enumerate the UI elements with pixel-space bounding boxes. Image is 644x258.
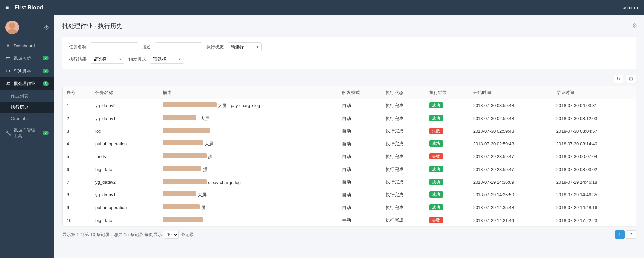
content-area: ⚙ 批处理作业 - 执行历史 任务名称 描述 执行状态 请选择 执行结果 (54, 15, 644, 258)
col-start-time: 开始时间 (469, 86, 552, 99)
cell-start-time: 2018-07-29 23:59:47 (469, 163, 552, 176)
cell-start-time: 2018-07-30 03:59:48 (469, 99, 552, 112)
exec-result-badge: 成功 (429, 166, 443, 172)
sidebar-item-dashboard[interactable]: 🖥 Dashboard (0, 40, 54, 52)
sidebar-item-dashboard-label: Dashboard (14, 43, 35, 48)
page-title: 批处理作业 - 执行历史 (62, 22, 636, 30)
col-trigger: 触发模式 (338, 86, 382, 99)
sidebar-sub-item-job-list[interactable]: 作业列表 (0, 90, 54, 102)
grid-view-button[interactable]: ⊞ (626, 75, 636, 83)
data-sync-badge: 2 (43, 56, 49, 60)
cell-trigger: 自动 (338, 112, 382, 125)
topbar: ≡ First Blood admin ▾ (0, 0, 644, 15)
cell-start-time: 2018-07-29 14:36:09 (469, 176, 552, 188)
cell-trigger: 自动 (338, 150, 382, 163)
cell-trigger: 自动 (338, 163, 382, 176)
col-end-time: 结束时间 (552, 86, 636, 99)
svg-point-1 (7, 29, 17, 34)
cell-seq: 3 (63, 125, 91, 137)
power-icon[interactable]: ⏻ (44, 25, 49, 30)
cell-trigger: 自动 (338, 125, 382, 137)
cell-task-name: big_data (91, 214, 159, 227)
cell-exec-result: 失败 (425, 214, 469, 227)
main-layout: ⏻ 🖥 Dashboard ⇄ 数据同步 2 ⚙ SQL脚本 2 🏷 批处理作业… (0, 15, 644, 258)
cell-seq: 6 (63, 163, 91, 176)
exec-status-wrapper: 请选择 (228, 42, 262, 51)
exec-result-select[interactable]: 请选择 (91, 55, 124, 64)
tag-icon: 🏷 (5, 81, 11, 86)
avatar[interactable] (5, 21, 19, 34)
cell-end-time: 2018-07-30 00:07:04 (552, 150, 636, 163)
page-btn-2[interactable]: 2 (626, 230, 636, 239)
monitor-icon: 🖥 (5, 43, 11, 48)
table-row: 7 yg_datav2 s pay-charge-log 自动 执行完成 成功 … (63, 176, 636, 188)
col-task-name: 任务名称 (91, 86, 159, 99)
cell-seq: 7 (63, 176, 91, 188)
exec-result-label: 执行结果 (69, 56, 87, 62)
exec-result-badge: 成功 (429, 140, 443, 147)
table-header-row: 序号 任务名称 描述 触发模式 执行状态 执行结果 开始时间 结束时间 (63, 86, 636, 99)
table-row: 9 puhui_operation 屏 自动 执行完成 成功 2018-07-2… (63, 201, 636, 214)
cell-trigger: 自动 (338, 137, 382, 150)
sidebar-item-db-tools-label: 数据库管理工具 (14, 127, 40, 139)
wrench-icon: 🔧 (5, 130, 11, 136)
cell-exec-result: 失败 (425, 150, 469, 163)
cell-desc: 大屏 (159, 188, 338, 201)
records-label: 条记录 (181, 232, 194, 238)
cell-task-name: loc (91, 125, 159, 137)
cell-exec-result: 成功 (425, 176, 469, 188)
cell-exec-status: 执行完成 (382, 188, 425, 201)
trigger-mode-wrapper: 请选择 (150, 55, 184, 64)
cell-exec-status: 执行完成 (382, 125, 425, 137)
sidebar-item-sql-script[interactable]: ⚙ SQL脚本 2 (0, 64, 54, 77)
sidebar-item-sql-label: SQL脚本 (14, 68, 31, 74)
cell-task-name: yg_datav1 (91, 112, 159, 125)
table-row: 1 yg_datav2 大屏 - pay-charge-log 自动 执行完成 … (63, 99, 636, 112)
exec-result-badge: 成功 (429, 102, 443, 108)
task-name-input[interactable] (91, 42, 138, 51)
app-title: First Blood (15, 5, 43, 11)
page-btn-1[interactable]: 1 (615, 230, 625, 239)
cell-desc: s pay-charge-log (159, 176, 338, 188)
desc-input[interactable] (155, 42, 202, 51)
sidebar-sub-item-exec-history-label: 执行历史 (11, 104, 28, 110)
user-dropdown-icon: ▾ (636, 5, 639, 10)
sidebar-item-data-sync[interactable]: ⇄ 数据同步 2 (0, 52, 54, 64)
cell-exec-result: 成功 (425, 163, 469, 176)
cell-exec-result: 成功 (425, 188, 469, 201)
cell-start-time: 2018-07-30 02:59:48 (469, 137, 552, 150)
cell-task-name: puhui_operation (91, 137, 159, 150)
cell-exec-result: 成功 (425, 201, 469, 214)
per-page-select[interactable]: 10 20 50 (164, 231, 179, 239)
menu-icon[interactable]: ≡ (5, 4, 9, 11)
topbar-left: ≡ First Blood (5, 4, 43, 11)
sidebar-sub-item-crontabs-label: Crontabs (11, 116, 29, 121)
cell-end-time: 2018-07-29 14:46:35 (552, 188, 636, 201)
settings-icon[interactable]: ⚙ (632, 22, 637, 29)
refresh-button[interactable]: ↻ (614, 75, 623, 83)
cell-start-time: 2018-07-30 02:59:48 (469, 125, 552, 137)
svg-point-0 (9, 23, 15, 29)
sidebar-sub-item-exec-history[interactable]: 执行历史 (0, 102, 54, 113)
table-row: 8 yg_datav1 大屏 自动 执行完成 成功 2018-07-29 14:… (63, 188, 636, 201)
col-exec-result: 执行结果 (425, 86, 469, 99)
cell-exec-result: 成功 (425, 99, 469, 112)
sidebar-item-db-tools[interactable]: 🔧 数据库管理工具 2 (0, 124, 54, 143)
cell-seq: 9 (63, 201, 91, 214)
user-menu[interactable]: admin ▾ (623, 5, 639, 10)
cell-start-time: 2018-07-29 14:35:48 (469, 201, 552, 214)
trigger-mode-label: 触发模式 (128, 56, 146, 62)
cell-desc: 大屏 (159, 137, 338, 150)
cell-task-name: yg_datav2 (91, 176, 159, 188)
cell-task-name: yg_datav1 (91, 188, 159, 201)
sidebar-sub-item-crontabs[interactable]: Crontabs (0, 113, 54, 124)
cell-seq: 5 (63, 150, 91, 163)
exec-result-wrapper: 请选择 (91, 55, 124, 64)
cell-trigger: 自动 (338, 201, 382, 214)
cell-desc: 屏 (159, 201, 338, 214)
exec-status-select[interactable]: 请选择 (228, 42, 262, 51)
trigger-mode-select[interactable]: 请选择 (150, 55, 184, 64)
sidebar-item-batch-job[interactable]: 🏷 批处理作业 3 (0, 77, 54, 90)
table-row: 4 puhui_operation 大屏 自动 执行完成 成功 2018-07-… (63, 137, 636, 150)
sidebar-sub-item-job-list-label: 作业列表 (11, 93, 28, 99)
